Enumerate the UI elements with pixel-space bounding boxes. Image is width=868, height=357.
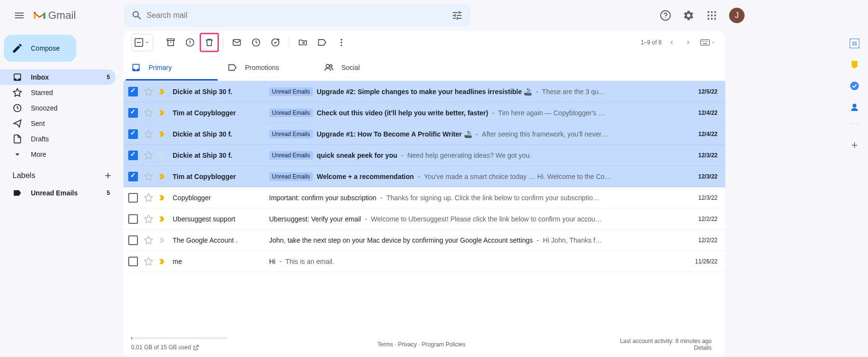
search-options-button[interactable]: [448, 6, 467, 25]
label-icon: [13, 188, 22, 198]
tab-promotions[interactable]: Promotions: [220, 54, 316, 81]
calendar-addon[interactable]: 31: [850, 39, 859, 48]
report-spam-button[interactable]: [180, 33, 200, 52]
svg-rect-21: [702, 41, 703, 42]
select-checkbox-indeterminate[interactable]: [135, 38, 143, 47]
input-method-button[interactable]: [698, 37, 718, 48]
importance-marker[interactable]: [158, 130, 167, 138]
policies-link[interactable]: Program Policies: [422, 341, 466, 348]
row-checkbox[interactable]: [128, 193, 138, 203]
star-toggle[interactable]: [144, 87, 153, 96]
sidebar-item-drafts[interactable]: Drafts: [0, 131, 116, 147]
star-toggle[interactable]: [144, 129, 153, 139]
privacy-link[interactable]: Privacy: [398, 341, 417, 348]
contacts-addon[interactable]: [850, 102, 859, 112]
pager-prev-button[interactable]: [664, 35, 679, 50]
archive-button[interactable]: [161, 33, 180, 52]
plus-icon: [850, 140, 859, 150]
star-toggle[interactable]: [144, 214, 153, 224]
row-checkbox[interactable]: [128, 235, 138, 245]
tab-primary[interactable]: Primary: [123, 54, 220, 81]
main-menu-button[interactable]: [8, 4, 31, 27]
star-toggle[interactable]: [144, 235, 153, 245]
importance-marker[interactable]: [158, 215, 167, 223]
add-label-button[interactable]: [102, 170, 114, 181]
email-row[interactable]: Tim at Copyblogger Unread Emails Welcome…: [123, 166, 725, 187]
search-input[interactable]: [147, 11, 448, 20]
sender-name: Dickie at Ship 30 f.: [173, 88, 269, 96]
email-row[interactable]: The Google Account . John, take the next…: [123, 230, 725, 251]
sidebar-item-sent[interactable]: Sent: [0, 116, 116, 131]
account-avatar[interactable]: J: [729, 8, 745, 23]
importance-marker[interactable]: [158, 193, 167, 202]
main-panel: 1–9 of 9 PrimaryPromotionsSocial Dickie …: [123, 31, 725, 357]
email-content: Important: confirm your subscription - T…: [269, 194, 691, 202]
svg-rect-25: [703, 43, 707, 44]
importance-marker[interactable]: [158, 151, 167, 160]
email-row[interactable]: Copyblogger Important: confirm your subs…: [123, 187, 725, 208]
star-toggle[interactable]: [144, 193, 153, 203]
details-link[interactable]: Details: [694, 344, 712, 351]
row-checkbox[interactable]: [128, 87, 138, 96]
mark-unread-button[interactable]: [227, 33, 246, 52]
gmail-logo[interactable]: Gmail: [33, 9, 76, 22]
email-row[interactable]: Dickie at Ship 30 f. Unread Emails quick…: [123, 145, 725, 166]
sidebar-item-more[interactable]: More: [0, 147, 116, 162]
row-checkbox[interactable]: [128, 172, 138, 181]
row-checkbox[interactable]: [128, 108, 138, 118]
sidebar-item-inbox[interactable]: Inbox5: [0, 69, 116, 85]
tab-label: Primary: [149, 64, 172, 71]
row-checkbox[interactable]: [128, 214, 138, 224]
keep-addon[interactable]: [850, 60, 859, 69]
email-row[interactable]: Ubersuggest support Ubersuggest: Verify …: [123, 208, 725, 230]
email-row[interactable]: me Hi - This is an email. 11/26/22: [123, 251, 725, 272]
svg-rect-23: [705, 41, 706, 42]
importance-marker[interactable]: [158, 236, 167, 245]
pager-next-button[interactable]: [681, 35, 696, 50]
importance-marker[interactable]: [158, 109, 167, 117]
label-item[interactable]: Unread Emails5: [0, 185, 116, 201]
email-content: Hi - This is an email.: [269, 258, 687, 265]
more-actions-button[interactable]: [332, 33, 351, 52]
terms-link[interactable]: Terms: [378, 341, 393, 348]
settings-button[interactable]: [679, 6, 698, 25]
people-icon: [324, 63, 334, 72]
sidebar-item-starred[interactable]: Starred: [0, 85, 116, 100]
move-to-button[interactable]: [293, 33, 312, 52]
sender-name: me: [173, 258, 269, 265]
sidebar-item-snoozed[interactable]: Snoozed: [0, 100, 116, 116]
email-row[interactable]: Dickie at Ship 30 f. Unread Emails Upgra…: [123, 124, 725, 145]
select-all-control[interactable]: [131, 34, 153, 51]
email-row[interactable]: Tim at Copyblogger Unread Emails Check o…: [123, 102, 725, 124]
star-toggle[interactable]: [144, 257, 153, 266]
external-link-icon[interactable]: [192, 344, 199, 351]
logo-text: Gmail: [48, 9, 76, 22]
importance-marker[interactable]: [158, 257, 167, 266]
tab-social[interactable]: Social: [316, 54, 413, 81]
add-to-tasks-button[interactable]: [266, 33, 285, 52]
star-toggle[interactable]: [144, 172, 153, 181]
draft-icon: [13, 134, 22, 144]
get-addons-button[interactable]: [845, 136, 864, 155]
svg-point-6: [707, 14, 709, 16]
email-date: 12/3/22: [691, 152, 718, 159]
row-checkbox[interactable]: [128, 129, 138, 139]
row-checkbox[interactable]: [128, 151, 138, 160]
snooze-button[interactable]: [246, 33, 266, 52]
importance-marker[interactable]: [158, 87, 167, 96]
labels-button[interactable]: [312, 33, 332, 52]
search-button[interactable]: [127, 6, 147, 25]
compose-button[interactable]: Compose: [4, 35, 76, 62]
importance-marker[interactable]: [158, 172, 167, 181]
row-checkbox[interactable]: [128, 257, 138, 266]
star-toggle[interactable]: [144, 151, 153, 160]
tasks-addon[interactable]: [850, 81, 859, 91]
apps-button[interactable]: [702, 6, 721, 25]
svg-point-18: [340, 41, 342, 43]
delete-button[interactable]: [200, 33, 219, 52]
email-row[interactable]: Dickie at Ship 30 f. Unread Emails Upgra…: [123, 81, 725, 102]
account-activity-text: Last account activity: 8 minutes ago: [518, 338, 712, 344]
snippet-separator: -: [365, 215, 367, 223]
star-toggle[interactable]: [144, 108, 153, 118]
support-button[interactable]: [656, 6, 675, 25]
